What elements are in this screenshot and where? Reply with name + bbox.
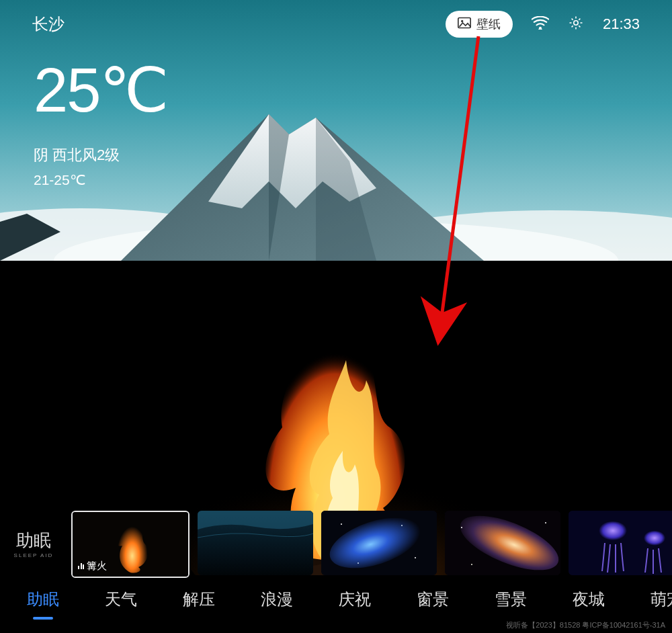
playing-icon <box>78 563 84 569</box>
category-tab[interactable]: 浪漫 <box>261 585 293 614</box>
svg-point-7 <box>574 21 578 25</box>
svg-point-22 <box>461 527 462 528</box>
category-tab[interactable]: 庆祝 <box>339 585 371 614</box>
clock: 21:33 <box>603 15 640 33</box>
thumb-label: 篝火 <box>78 560 107 573</box>
settings-icon[interactable] <box>568 15 584 34</box>
thumbnail-strip: 助眠 SLEEP AID 篝火 <box>0 509 672 579</box>
svg-point-17 <box>415 557 416 558</box>
temperature-range: 21-25℃ <box>34 172 167 188</box>
footer-license: 视听备【2023】81528 粤ICP备10042161号-31A <box>506 620 665 630</box>
weather-panel: 长沙 壁纸 21:33 25℃ 阴 西北风2级 21-25℃ <box>0 0 672 261</box>
svg-point-24 <box>471 564 472 565</box>
wifi-icon[interactable] <box>532 16 549 32</box>
wallpaper-thumb[interactable] <box>569 511 672 575</box>
header-bar: 长沙 壁纸 21:33 <box>0 0 672 48</box>
image-icon <box>458 17 471 32</box>
wallpaper-thumb[interactable] <box>321 511 437 575</box>
svg-point-18 <box>401 525 403 526</box>
section-label: 助眠 SLEEP AID <box>0 530 67 560</box>
svg-point-5 <box>461 19 463 22</box>
svg-point-23 <box>545 522 546 523</box>
weather-conditions: 阴 西北风2级 <box>34 145 167 165</box>
svg-point-26 <box>595 521 630 546</box>
wallpaper-thumb[interactable] <box>198 511 313 575</box>
category-tab[interactable]: 天气 <box>105 585 137 614</box>
category-tab[interactable]: 萌宠 <box>650 585 672 614</box>
temperature: 25℃ <box>34 59 167 121</box>
svg-point-6 <box>539 27 542 30</box>
svg-point-16 <box>341 523 342 525</box>
location-label[interactable]: 长沙 <box>32 13 65 35</box>
svg-point-27 <box>641 531 668 550</box>
wallpaper-button[interactable]: 壁纸 <box>446 11 513 38</box>
wallpaper-thumb[interactable] <box>445 511 560 575</box>
wallpaper-button-label: 壁纸 <box>476 16 501 32</box>
category-tab[interactable]: 解压 <box>183 585 215 614</box>
category-tab[interactable]: 助眠 <box>27 585 59 614</box>
wallpaper-thumb[interactable]: 篝火 <box>71 511 190 578</box>
category-tabs: 助眠天气解压浪漫庆祝窗景雪景夜城萌宠 <box>0 581 672 618</box>
weather-info: 25℃ 阴 西北风2级 21-25℃ <box>34 59 167 188</box>
category-tab[interactable]: 窗景 <box>417 585 449 614</box>
svg-point-19 <box>358 562 359 564</box>
category-tab[interactable]: 雪景 <box>495 585 527 614</box>
category-tab[interactable]: 夜城 <box>573 585 605 614</box>
